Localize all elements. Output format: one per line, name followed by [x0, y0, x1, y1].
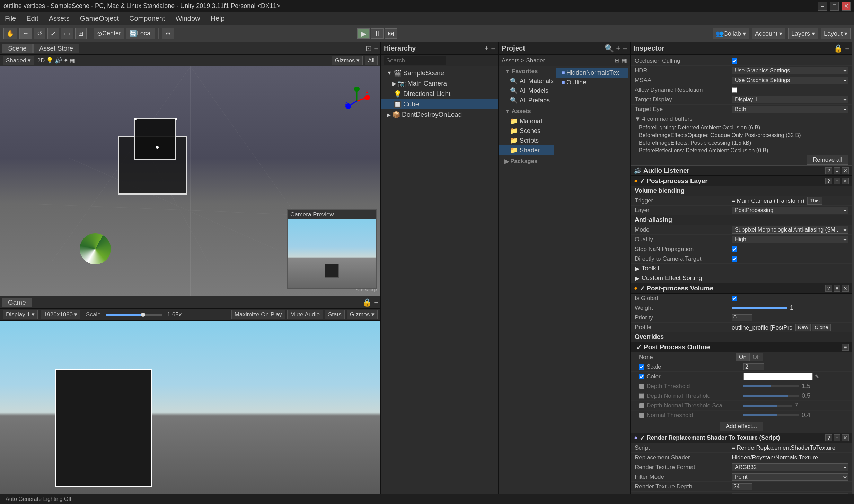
scale-slider[interactable]	[106, 314, 162, 316]
hdr-dropdown[interactable]: Use Graphics Settings	[732, 67, 848, 74]
close-button[interactable]: ✕	[842, 2, 851, 11]
inspector-settings-icon[interactable]: ≡	[845, 44, 849, 53]
layer-dropdown[interactable]: PostProcessing	[732, 207, 848, 214]
resolution-dropdown[interactable]: 1920x1080 ▾	[41, 310, 80, 319]
project-shader[interactable]: 📁 Shader	[499, 145, 554, 155]
menu-file[interactable]: File	[3, 14, 18, 23]
rect-tool-button[interactable]: ▭	[61, 28, 73, 39]
mute-audio-btn[interactable]: Mute Audio	[287, 310, 323, 319]
is-global-checkbox[interactable]	[732, 296, 737, 301]
project-all-prefabs[interactable]: 🔍 All Prefabs	[499, 96, 554, 105]
ppv-question-btn[interactable]: ?	[825, 285, 832, 292]
normal-threshold-slider[interactable]	[743, 414, 799, 416]
depth-normal-scale-checkbox[interactable]	[639, 403, 644, 408]
hierarchy-item-dontdestroy[interactable]: ▶ 📦 DontDestroyOnLoad	[381, 109, 498, 120]
display-dropdown[interactable]: Display 1 ▾	[3, 310, 38, 319]
off-toggle[interactable]: Off	[749, 353, 763, 361]
stats-btn[interactable]: Stats	[325, 310, 345, 319]
pp-layer-settings-btn[interactable]: ≡	[834, 178, 840, 184]
post-process-volume-section[interactable]: ● ✓ Post-process Volume ? ≡ ✕	[631, 283, 852, 294]
tab-asset-store[interactable]: Asset Store	[33, 44, 79, 53]
cmd-arrow[interactable]: ▼	[635, 116, 641, 122]
hierarchy-item-samplescene[interactable]: ▼ 🎬 SampleScene	[381, 68, 498, 78]
on-toggle[interactable]: On	[736, 353, 749, 361]
game-gizmos-btn[interactable]: Gizmos ▾	[347, 310, 378, 319]
project-settings-icon[interactable]: ≡	[623, 44, 627, 53]
project-hiddennormals[interactable]: ■ HiddenNormalsTex	[556, 68, 628, 78]
color-enabled-checkbox[interactable]	[639, 374, 644, 379]
assets-arrow[interactable]: ▼	[504, 108, 510, 115]
scale-input[interactable]	[743, 363, 764, 370]
maximize-button[interactable]: □	[830, 2, 839, 11]
remove-all-button[interactable]: Remove all	[807, 155, 848, 165]
search-scene[interactable]: All	[365, 56, 378, 65]
add-effect-button[interactable]: Add effect...	[720, 422, 763, 431]
ppv-settings-btn[interactable]: ≡	[834, 285, 840, 292]
custom-effect-row[interactable]: ▶ Custom Effect Sorting	[631, 273, 852, 283]
local-global-button[interactable]: 🔄 Local	[126, 28, 155, 39]
packages-arrow[interactable]: ▶	[504, 158, 509, 165]
profile-new-btn[interactable]: New	[795, 324, 811, 331]
depth-normal-threshold-checkbox[interactable]	[639, 393, 644, 399]
move-tool-button[interactable]: ↔	[19, 28, 32, 39]
snap-settings-button[interactable]: ⚙	[162, 28, 174, 39]
menu-assets[interactable]: Assets	[47, 14, 72, 23]
scene-viewport[interactable]: X Y Z < Persp Camera Preview	[0, 66, 380, 296]
scene-settings-icon[interactable]: ≡	[374, 44, 378, 53]
scale-enabled-checkbox[interactable]	[639, 364, 644, 370]
hierarchy-add-icon[interactable]: +	[484, 44, 489, 53]
directly-camera-checkbox[interactable]	[732, 256, 737, 262]
hand-tool-button[interactable]: ✋	[3, 28, 17, 39]
play-button[interactable]: ▶	[357, 28, 370, 39]
color-edit-btn[interactable]: ✎	[813, 373, 820, 380]
menu-window[interactable]: Window	[173, 14, 202, 23]
depth-threshold-checkbox[interactable]	[639, 384, 644, 389]
step-button[interactable]: ⏭	[385, 28, 397, 39]
scene-selection-handle-c[interactable]	[156, 146, 159, 149]
hierarchy-item-maincamera[interactable]: ▶ 📷 Main Camera	[381, 78, 498, 89]
layers-button[interactable]: Layers ▾	[788, 28, 818, 39]
filter-mode-dropdown[interactable]: Point	[732, 473, 848, 481]
rotate-tool-button[interactable]: ↺	[34, 28, 45, 39]
menu-help[interactable]: Help	[209, 14, 227, 23]
scene-selection-handle-tl[interactable]	[134, 118, 137, 120]
hierarchy-item-cube[interactable]: 🔲 Cube	[381, 99, 498, 109]
pp-layer-close-btn[interactable]: ✕	[842, 178, 849, 184]
render-texture-format-dropdown[interactable]: ARGB32	[732, 464, 848, 471]
rrs-settings-btn[interactable]: ≡	[834, 434, 840, 441]
transform-tool-button[interactable]: ⊞	[75, 28, 87, 39]
inspector-lock-icon[interactable]: 🔒	[834, 44, 843, 53]
project-scenes[interactable]: 📁 Scenes	[499, 126, 554, 136]
occlusion-checkbox[interactable]	[732, 58, 737, 64]
hierarchy-search-input[interactable]	[384, 56, 446, 65]
account-button[interactable]: Account ▾	[752, 28, 785, 39]
color-swatch[interactable]	[743, 373, 813, 380]
scene-view-grid-icon[interactable]: ▦	[70, 57, 75, 64]
target-display-dropdown[interactable]: Display 1	[732, 96, 848, 104]
render-replacement-section[interactable]: ● ✓ Render Replacement Shader To Texture…	[631, 433, 852, 443]
scene-view-light-icon[interactable]: 💡	[46, 57, 53, 64]
game-viewport[interactable]	[0, 321, 380, 504]
collab-button[interactable]: 👥 Collab ▾	[713, 28, 749, 39]
trigger-this-btn[interactable]: This	[807, 197, 822, 205]
scene-view-audio-icon[interactable]: 🔊	[55, 57, 62, 64]
tab-scene[interactable]: Scene	[2, 44, 33, 53]
post-process-layer-section[interactable]: ● ✓ Post-process Layer ? ≡ ✕	[631, 176, 852, 186]
scene-maximize-icon[interactable]: ⊡	[366, 44, 372, 53]
project-search-icon[interactable]: 🔍	[605, 44, 614, 53]
priority-input[interactable]	[732, 314, 752, 321]
rrs-close-btn[interactable]: ✕	[842, 434, 849, 441]
project-all-models[interactable]: 🔍 All Models	[499, 86, 554, 96]
scene-selection-handle-tr[interactable]	[175, 118, 177, 120]
project-size-slider[interactable]: ▦	[622, 57, 627, 64]
mode-dropdown[interactable]: Subpixel Morphological Anti-aliasing (SM…	[732, 226, 848, 234]
normal-threshold-checkbox[interactable]	[639, 413, 644, 418]
post-process-outline-section[interactable]: ✓ Post Process Outline ≡	[631, 342, 852, 352]
audio-listener-question-btn[interactable]: ?	[825, 167, 832, 174]
game-settings-icon[interactable]: ≡	[374, 298, 378, 307]
game-lock-icon[interactable]: 🔒	[362, 298, 372, 307]
ppv-close-btn[interactable]: ✕	[842, 285, 849, 292]
menu-component[interactable]: Component	[127, 14, 167, 23]
msaa-dropdown[interactable]: Use Graphics Settings	[732, 76, 848, 84]
favorites-arrow[interactable]: ▼	[504, 68, 510, 75]
